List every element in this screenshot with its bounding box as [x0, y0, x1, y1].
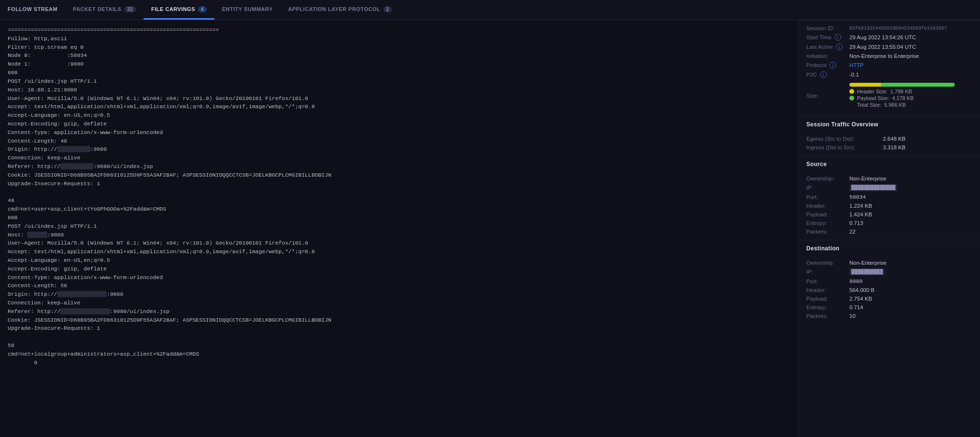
size-total-label: Total Size:: [857, 102, 881, 108]
dst-packets-label: Packets:: [806, 313, 849, 319]
ingress-value: 3.318 KB: [883, 145, 905, 150]
src-ownership-row: Ownership: Non-Enterprise: [806, 174, 972, 183]
source-section: Ownership: Non-Enterprise IP: ██████████…: [799, 170, 980, 240]
tab-entity-summary-label: ENTITY SUMMARY: [222, 6, 273, 12]
src-ownership-label: Ownership:: [806, 176, 849, 181]
tab-file-carvings[interactable]: FILE CARVINGS 4: [144, 0, 214, 20]
tab-file-carvings-label: FILE CARVINGS: [151, 6, 195, 12]
tab-application-layer[interactable]: APPLICATION LAYER PROTOCOL 2: [280, 0, 400, 20]
last-active-tooltip-icon[interactable]: i: [836, 44, 843, 50]
start-time-tooltip-icon[interactable]: i: [835, 34, 841, 41]
tab-entity-summary[interactable]: ENTITY SUMMARY: [214, 0, 280, 20]
protocol-value[interactable]: HTTP: [849, 62, 864, 68]
src-payload-label: Payload:: [806, 212, 849, 217]
dst-port-value: 9080: [849, 278, 863, 284]
p2c-row: P2C i -0.1: [806, 70, 972, 79]
size-bar-track: [849, 83, 955, 87]
size-legend: Header Size: 1.788 KB Payload Size: 4.17…: [849, 89, 955, 108]
last-active-value: 29 Aug 2022 13:55:04 UTC: [849, 44, 916, 50]
initiation-row: Initiation: Non-Enterprise to Enterprise: [806, 52, 972, 60]
dst-payload-value: 2.754 KB: [849, 296, 872, 302]
tab-packet-details[interactable]: PACKET DETAILS 32: [65, 0, 144, 20]
egress-value: 2.648 KB: [883, 136, 905, 142]
tab-application-layer-label: APPLICATION LAYER PROTOCOL: [288, 6, 380, 12]
session-id-value: 03fe013354486010b04534b03fe1493807: [849, 26, 947, 31]
protocol-tooltip-icon[interactable]: i: [829, 62, 836, 68]
dst-port-row: Port: 9080: [806, 277, 972, 286]
dst-entropy-label: Entropy:: [806, 304, 849, 310]
dest-section-title: Destination: [799, 240, 980, 255]
src-packets-value: 22: [849, 229, 856, 235]
session-id-label: Session ID:: [806, 25, 849, 31]
tab-follow-stream-label: FOLLOW STREAM: [8, 6, 57, 12]
src-entropy-label: Entropy:: [806, 220, 849, 226]
tab-packet-details-badge: 32: [124, 6, 136, 12]
dst-entropy-value: 0.714: [849, 304, 863, 310]
dst-port-label: Port:: [806, 279, 849, 284]
protocol-label: Protocol i: [806, 62, 849, 68]
src-header-label: Header:: [806, 203, 849, 209]
start-time-row: Start Time i 29 Aug 2022 13:54:26 UTC: [806, 33, 972, 42]
src-packets-row: Packets: 22: [806, 227, 972, 236]
src-ip-value: ██████████████: [849, 184, 897, 191]
dst-packets-value: 10: [849, 313, 856, 319]
src-port-row: Port: 58034: [806, 192, 972, 202]
header-dot-icon: [849, 89, 854, 94]
egress-label: Egress (Src to Dst):: [806, 136, 883, 142]
p2c-value: -0.1: [849, 72, 859, 78]
size-legend-total: Total Size: 5.966 KB: [849, 102, 955, 108]
session-info-section: Session ID: 03fe013354486010b04534b03fe1…: [799, 20, 980, 116]
tab-packet-details-label: PACKET DETAILS: [73, 6, 121, 12]
size-payload-label: Payload Size:: [857, 95, 889, 101]
p2c-label: P2C i: [806, 71, 849, 78]
dest-section: Ownership: Non-Enterprise IP: ██████████…: [799, 255, 980, 324]
src-entropy-value: 0.713: [849, 220, 863, 226]
last-active-row: Last Active i 29 Aug 2022 13:55:04 UTC: [806, 42, 972, 52]
size-legend-header: Header Size: 1.788 KB: [849, 89, 955, 94]
dst-payload-row: Payload: 2.754 KB: [806, 294, 972, 303]
source-section-title: Source: [799, 156, 980, 170]
ingress-label: Ingress (Dst to Src):: [806, 145, 883, 150]
size-bar-header-fill: [849, 83, 881, 87]
src-payload-value: 1.424 KB: [849, 212, 872, 217]
initiation-label: Initiation:: [806, 53, 849, 59]
initiation-value: Non-Enterprise to Enterprise: [849, 53, 919, 59]
dst-header-row: Header: 564.000 B: [806, 286, 972, 294]
size-legend-payload: Payload Size: 4.178 KB: [849, 95, 955, 101]
src-payload-row: Payload: 1.424 KB: [806, 210, 972, 219]
size-total-value: 5.966 KB: [884, 102, 906, 108]
size-payload-value: 4.178 KB: [892, 95, 913, 101]
traffic-section-title: Session Traffic Overview: [799, 116, 980, 131]
tab-file-carvings-badge: 4: [198, 6, 207, 12]
tab-follow-stream[interactable]: FOLLOW STREAM: [0, 0, 65, 20]
size-header-label: Header Size:: [857, 89, 888, 94]
dst-ownership-row: Ownership: Non-Enterprise: [806, 258, 972, 267]
traffic-section: Egress (Src to Dst): 2.648 KB Ingress (D…: [799, 131, 980, 156]
src-entropy-row: Entropy: 0.713: [806, 219, 972, 227]
stream-text: ========================================…: [8, 26, 791, 367]
src-ip-row: IP: ██████████████: [806, 183, 972, 192]
main-content: ========================================…: [0, 20, 980, 437]
size-header-value: 1.788 KB: [891, 89, 912, 94]
stream-panel[interactable]: ========================================…: [0, 20, 798, 437]
src-packets-label: Packets:: [806, 229, 849, 235]
protocol-row: Protocol i HTTP: [806, 60, 972, 70]
dst-packets-row: Packets: 10: [806, 312, 972, 320]
dst-header-label: Header:: [806, 287, 849, 293]
src-ip-label: IP:: [806, 185, 849, 190]
src-header-value: 1.224 KB: [849, 203, 872, 209]
start-time-label: Start Time i: [806, 34, 849, 41]
egress-row: Egress (Src to Dst): 2.648 KB: [806, 134, 972, 143]
dst-header-value: 564.000 B: [849, 287, 874, 293]
last-active-label: Last Active i: [806, 44, 849, 50]
dst-entropy-row: Entropy: 0.714: [806, 303, 972, 312]
dst-ip-row: IP: ██████████: [806, 267, 972, 277]
start-time-value: 29 Aug 2022 13:54:26 UTC: [849, 34, 916, 40]
src-port-label: Port:: [806, 194, 849, 200]
right-panel: Session ID: 03fe013354486010b04534b03fe1…: [798, 20, 980, 437]
dst-ownership-label: Ownership:: [806, 260, 849, 266]
tab-application-layer-badge: 2: [383, 6, 392, 12]
tab-bar: FOLLOW STREAM PACKET DETAILS 32 FILE CAR…: [0, 0, 980, 20]
size-bar: Header Size: 1.788 KB Payload Size: 4.17…: [849, 83, 955, 108]
p2c-tooltip-icon[interactable]: i: [820, 71, 827, 78]
